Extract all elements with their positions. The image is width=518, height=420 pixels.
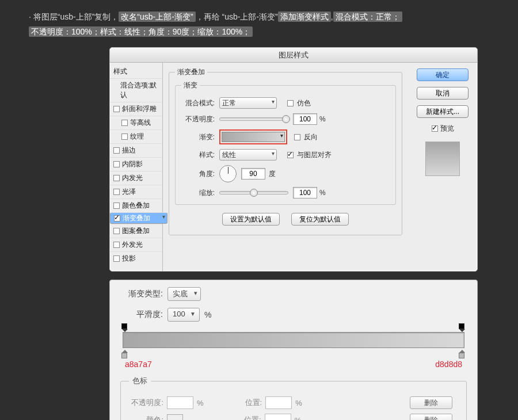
gradient-picker[interactable] bbox=[222, 132, 285, 142]
stop-opacity-label: 不透明度: bbox=[129, 398, 163, 408]
delete-opacity-stop-button[interactable]: 删除 bbox=[410, 396, 452, 409]
gradient-editor-dialog: 渐变类型: 实底 平滑度: 100 % a8a7a7 d8d8d8 色标 不透明… bbox=[109, 280, 478, 420]
sidebar-item-label: 外发光 bbox=[122, 240, 143, 250]
instruction-text: · 将图层“usb-上部”复制，改名“usb-上部-渐变”，再给 “usb-上部… bbox=[29, 9, 495, 39]
sidebar-item-11[interactable]: 投影 bbox=[110, 251, 162, 265]
sidebar-checkbox-5[interactable] bbox=[113, 175, 120, 181]
stop-color-label: 颜色: bbox=[129, 415, 163, 420]
dialog-title: 图层样式 bbox=[110, 48, 477, 63]
blend-mode-select[interactable]: 正常 bbox=[219, 97, 277, 109]
color-left-value: a8a7a7 bbox=[125, 360, 152, 369]
angle-input[interactable] bbox=[241, 168, 265, 180]
sidebar-item-9[interactable]: 图案叠加 bbox=[110, 224, 162, 238]
layer-style-dialog: 图层样式 样式 混合选项:默认 斜面和浮雕等高线纹理描边内阴影内发光光泽颜色叠加… bbox=[109, 47, 478, 272]
sidebar-checkbox-6[interactable] bbox=[113, 189, 120, 195]
dither-checkbox[interactable] bbox=[287, 100, 294, 106]
reverse-checkbox[interactable] bbox=[294, 134, 300, 140]
gradient-ramp-area bbox=[123, 332, 464, 348]
sidebar-checkbox-8[interactable] bbox=[114, 215, 120, 222]
sidebar-item-4[interactable]: 内阴影 bbox=[110, 157, 162, 171]
cancel-button[interactable]: 取消 bbox=[417, 87, 469, 100]
opacity-label: 不透明度: bbox=[181, 114, 215, 124]
sidebar-item-label: 内阴影 bbox=[122, 159, 143, 169]
color-stops-legend: 色标 bbox=[129, 376, 151, 386]
sidebar-item-label: 内发光 bbox=[122, 173, 143, 183]
sidebar-item-label: 等高线 bbox=[130, 118, 151, 128]
gradient-type-select[interactable]: 实底 bbox=[167, 287, 201, 301]
sidebar-item-label: 纹理 bbox=[130, 132, 144, 142]
sidebar-checkbox-7[interactable] bbox=[113, 203, 120, 209]
dither-label: 仿色 bbox=[297, 98, 311, 108]
sidebar-item-label: 颜色叠加 bbox=[122, 201, 150, 211]
angle-label: 角度: bbox=[181, 169, 215, 179]
sidebar-checkbox-11[interactable] bbox=[113, 255, 120, 262]
delete-color-stop-button[interactable]: 删除 bbox=[410, 414, 452, 420]
color-stop-left[interactable] bbox=[121, 350, 128, 358]
reverse-label: 反向 bbox=[304, 132, 318, 142]
stop-position-label-1: 位置: bbox=[245, 398, 262, 408]
color-stop-right[interactable] bbox=[459, 350, 466, 358]
sidebar-item-5[interactable]: 内发光 bbox=[110, 171, 162, 185]
sidebar-checkbox-0[interactable] bbox=[113, 106, 120, 112]
stop-position-label-2: 位置: bbox=[244, 415, 261, 420]
stop-opacity-input[interactable] bbox=[167, 396, 193, 409]
sidebar-item-7[interactable]: 颜色叠加 bbox=[110, 198, 162, 212]
styles-sidebar: 样式 混合选项:默认 斜面和浮雕等高线纹理描边内阴影内发光光泽颜色叠加渐变叠加图… bbox=[110, 63, 163, 271]
sidebar-item-3[interactable]: 描边 bbox=[110, 143, 162, 157]
gradient-label: 渐变: bbox=[181, 132, 215, 142]
sidebar-item-label: 渐变叠加 bbox=[123, 213, 150, 223]
group-legend: 渐变叠加 bbox=[175, 67, 207, 77]
scale-label: 缩放: bbox=[181, 188, 215, 198]
gradient-highlight bbox=[219, 129, 287, 144]
smoothness-label: 平滑度: bbox=[120, 310, 163, 320]
sidebar-item-1[interactable]: 等高线 bbox=[110, 116, 162, 129]
sidebar-item-10[interactable]: 外发光 bbox=[110, 238, 162, 251]
sidebar-checkbox-10[interactable] bbox=[113, 242, 120, 248]
sidebar-header: 样式 bbox=[110, 65, 162, 78]
sidebar-item-2[interactable]: 纹理 bbox=[110, 129, 162, 143]
sidebar-checkbox-3[interactable] bbox=[113, 147, 120, 154]
main-panel: 渐变叠加 渐变 混合模式: 正常 仿色 不透明度: bbox=[163, 63, 408, 271]
sidebar-item-label: 斜面和浮雕 bbox=[122, 104, 157, 114]
opacity-slider[interactable] bbox=[219, 117, 288, 121]
angle-knob[interactable] bbox=[219, 165, 237, 182]
gradient-type-label: 渐变类型: bbox=[120, 289, 163, 299]
sidebar-item-label: 投影 bbox=[122, 254, 136, 264]
color-right-value: d8d8d8 bbox=[435, 360, 462, 369]
scale-slider[interactable] bbox=[219, 191, 288, 194]
align-label: 与图层对齐 bbox=[297, 150, 332, 160]
gradient-ramp[interactable] bbox=[123, 332, 464, 348]
sidebar-item-0[interactable]: 斜面和浮雕 bbox=[110, 102, 162, 116]
angle-unit: 度 bbox=[269, 169, 276, 179]
sidebar-item-label: 图案叠加 bbox=[122, 226, 150, 236]
preview-checkbox[interactable] bbox=[432, 125, 438, 132]
sidebar-checkbox-1[interactable] bbox=[121, 120, 128, 126]
ok-button[interactable]: 确定 bbox=[417, 68, 469, 81]
sidebar-item-8[interactable]: 渐变叠加 bbox=[110, 212, 167, 224]
sidebar-item-label: 描边 bbox=[122, 146, 136, 155]
smoothness-input[interactable]: 100 bbox=[167, 308, 200, 322]
new-style-button[interactable]: 新建样式... bbox=[417, 105, 469, 118]
stop-color-swatch[interactable] bbox=[167, 414, 183, 420]
sidebar-checkbox-4[interactable] bbox=[113, 161, 120, 167]
right-column: 确定 取消 新建样式... 预览 bbox=[408, 63, 477, 271]
stop-position-input-1[interactable] bbox=[265, 396, 292, 409]
sidebar-item-label: 光泽 bbox=[122, 187, 136, 197]
scale-input[interactable] bbox=[293, 187, 317, 198]
set-default-button[interactable]: 设置为默认值 bbox=[222, 213, 280, 226]
style-select[interactable]: 线性 bbox=[219, 149, 277, 161]
inner-legend: 渐变 bbox=[181, 81, 200, 90]
style-label: 样式: bbox=[181, 150, 215, 160]
opacity-input[interactable] bbox=[293, 113, 317, 125]
sidebar-checkbox-2[interactable] bbox=[121, 133, 128, 140]
blend-mode-label: 混合模式: bbox=[181, 98, 215, 108]
align-checkbox[interactable] bbox=[287, 152, 294, 158]
sidebar-blend-options[interactable]: 混合选项:默认 bbox=[110, 78, 162, 102]
opacity-stop-right[interactable] bbox=[459, 323, 466, 331]
sidebar-checkbox-9[interactable] bbox=[113, 228, 120, 234]
reset-default-button[interactable]: 复位为默认值 bbox=[291, 213, 349, 226]
stop-position-input-2[interactable] bbox=[265, 414, 291, 420]
sidebar-item-6[interactable]: 光泽 bbox=[110, 185, 162, 198]
opacity-stop-left[interactable] bbox=[121, 323, 128, 331]
preview-box bbox=[425, 142, 460, 176]
